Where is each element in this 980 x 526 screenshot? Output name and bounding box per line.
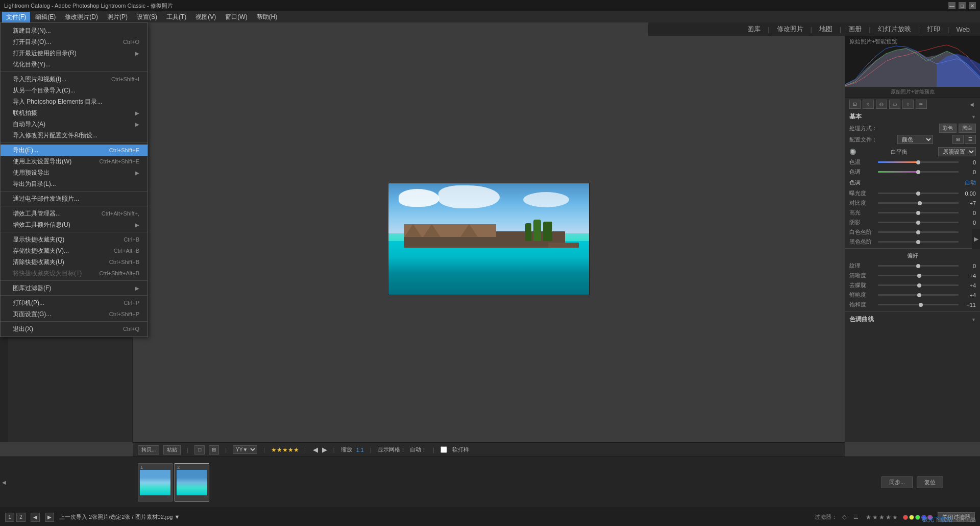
status-nav-prev[interactable]: ◀: [31, 513, 40, 522]
star-2[interactable]: ★: [872, 514, 878, 521]
zoom-value[interactable]: 1:1: [356, 447, 364, 453]
view-tab-2[interactable]: 2: [16, 513, 26, 522]
menu-settings[interactable]: 设置(S): [133, 12, 161, 22]
dehaze-thumb[interactable]: [917, 283, 921, 288]
dd-clear-quick[interactable]: 清除快捷收藏夹(U) Ctrl+Shift+B: [1, 256, 148, 268]
highlights-thumb[interactable]: [916, 211, 920, 215]
menu-view[interactable]: 视图(V): [191, 12, 220, 22]
temp-slider[interactable]: [878, 161, 959, 163]
color-dot-yellow[interactable]: [909, 515, 914, 520]
dd-quit[interactable]: 退出(X) Ctrl+Q: [1, 323, 148, 334]
color-dot-red[interactable]: [903, 515, 908, 520]
vibrance-thumb[interactable]: [917, 293, 921, 297]
tab-map[interactable]: 地图: [814, 23, 838, 35]
dd-email[interactable]: 通过电子邮件发送照片...: [1, 193, 148, 204]
radial-filter[interactable]: ○: [902, 100, 914, 109]
dd-export-prev[interactable]: 使用上次设置导出(W) Ctrl+Alt+Shift+E: [1, 156, 148, 167]
texture-thumb[interactable]: [916, 264, 920, 268]
minimize-button[interactable]: —: [948, 2, 955, 9]
tint-thumb[interactable]: [916, 170, 920, 174]
star-1[interactable]: ★: [866, 514, 871, 521]
menu-window[interactable]: 窗口(W): [221, 12, 251, 22]
exposure-slider[interactable]: [878, 193, 959, 194]
menu-help[interactable]: 帮助(H): [253, 12, 282, 22]
dd-open-catalog[interactable]: 打开目录(O)... Ctrl+O: [1, 36, 148, 47]
nav-next-btn[interactable]: ▶: [322, 446, 327, 453]
saturation-thumb[interactable]: [919, 303, 923, 307]
view-mode-1[interactable]: □: [194, 445, 205, 455]
dd-auto-import[interactable]: 自动导入(A) ▶: [1, 118, 148, 130]
tab-web[interactable]: Web: [951, 25, 975, 34]
profile-dropdown[interactable]: 颜色: [897, 135, 933, 144]
contrast-thumb[interactable]: [918, 201, 922, 205]
blacks-slider[interactable]: [878, 241, 959, 243]
menu-edit[interactable]: 编辑(E): [31, 12, 60, 22]
menu-develop[interactable]: 修改照片(D): [61, 12, 102, 22]
tint-slider[interactable]: [878, 171, 959, 173]
right-panel-expand[interactable]: ◀: [968, 100, 976, 108]
star-3[interactable]: ★: [879, 514, 885, 521]
dd-import-from[interactable]: 从另一个目录导入(C)...: [1, 85, 148, 96]
view-mode-2[interactable]: ⊞: [209, 445, 219, 455]
exposure-thumb[interactable]: [916, 192, 920, 196]
basic-collapse[interactable]: ▼: [971, 114, 976, 119]
star-5[interactable]: ★: [892, 514, 898, 521]
tab-library[interactable]: 图库: [742, 23, 766, 35]
dd-page-setup[interactable]: 页面设置(G)... Ctrl+Shift+P: [1, 308, 148, 320]
date-dropdown[interactable]: YY▼: [233, 445, 257, 454]
vibrance-slider[interactable]: [878, 294, 959, 296]
dd-tethered[interactable]: 联机拍摄 ▶: [1, 107, 148, 118]
contrast-slider[interactable]: [878, 202, 959, 204]
status-nav-next[interactable]: ▶: [45, 513, 54, 522]
clarity-slider[interactable]: [878, 275, 959, 276]
dd-new-catalog[interactable]: 新建目录(N)...: [1, 25, 148, 36]
auto-label[interactable]: 自动：: [410, 446, 427, 453]
star-4[interactable]: ★: [886, 514, 891, 521]
dd-export-catalog[interactable]: 导出为目录(L)...: [1, 178, 148, 189]
red-eye[interactable]: ◎: [876, 100, 887, 109]
process-bw-btn[interactable]: 黑白: [959, 124, 976, 133]
filter-sort-icon[interactable]: ☰: [853, 514, 859, 520]
blacks-thumb[interactable]: [916, 240, 920, 244]
spot-removal[interactable]: ○: [863, 100, 874, 109]
dd-export[interactable]: 导出(E)... Ctrl+Shift+E: [1, 145, 148, 156]
tab-print[interactable]: 打印: [922, 23, 945, 35]
filter-flag-icon[interactable]: ◇: [842, 514, 846, 520]
dd-recent-catalog[interactable]: 打开最近使用的目录(R) ▶: [1, 47, 148, 59]
dd-import-photoshop[interactable]: 导入 Photoshop Elements 目录...: [1, 96, 148, 107]
saturation-slider[interactable]: [878, 304, 959, 305]
process-color-btn[interactable]: 彩色: [939, 124, 957, 133]
film-thumb-1[interactable]: 1: [138, 463, 173, 501]
dd-save-quick[interactable]: 存储快捷收藏夹(V)... Ctrl+Alt+B: [1, 245, 148, 256]
menu-photo[interactable]: 照片(P): [103, 12, 132, 22]
tone-curve-collapse[interactable]: ▼: [971, 317, 976, 322]
auto-btn[interactable]: 自动: [965, 179, 976, 186]
wb-eyedropper-icon[interactable]: 🔘: [849, 149, 856, 155]
crop-tool[interactable]: ⊡: [849, 100, 861, 109]
highlights-slider[interactable]: [878, 212, 959, 213]
right-panel-collapse-btn[interactable]: ▶: [972, 229, 980, 249]
dd-show-quick[interactable]: 显示快捷收藏夹(Q) Ctrl+B: [1, 234, 148, 245]
color-dot-green[interactable]: [915, 515, 920, 520]
dd-import-develop[interactable]: 导入修改照片配置文件和预设...: [1, 130, 148, 141]
rating-stars[interactable]: ★★★★★: [271, 446, 299, 453]
dd-optimize-catalog[interactable]: 优化目录(Y)...: [1, 59, 148, 70]
menu-tools[interactable]: 工具(T): [162, 12, 190, 22]
paste-button[interactable]: 粘贴: [163, 445, 181, 455]
adjustment-brush[interactable]: ✏: [916, 100, 927, 109]
tab-develop[interactable]: 修改照片: [772, 23, 808, 35]
whites-slider[interactable]: [878, 231, 959, 233]
dd-import[interactable]: 导入照片和视频(I)... Ctrl+Shift+I: [1, 74, 148, 85]
dd-plugin-extras[interactable]: 增效工具额外信息(U) ▶: [1, 219, 148, 230]
tab-slideshow[interactable]: 幻灯片放映: [873, 23, 916, 35]
dd-export-preset[interactable]: 使用预设导出 ▶: [1, 167, 148, 178]
view-tab-1[interactable]: 1: [5, 513, 14, 522]
menu-file[interactable]: 文件(F): [2, 12, 30, 22]
wb-dropdown[interactable]: 原照设置: [938, 147, 976, 156]
profile-list-icon[interactable]: ☰: [965, 135, 976, 144]
sync-button[interactable]: 同步...: [881, 476, 913, 488]
copy-button[interactable]: 拷贝...: [138, 445, 159, 455]
shadows-thumb[interactable]: [916, 221, 920, 225]
close-button[interactable]: ✕: [969, 2, 976, 9]
dd-plugin-manager[interactable]: 增效工具管理器... Ctrl+Alt+Shift+,: [1, 208, 148, 219]
